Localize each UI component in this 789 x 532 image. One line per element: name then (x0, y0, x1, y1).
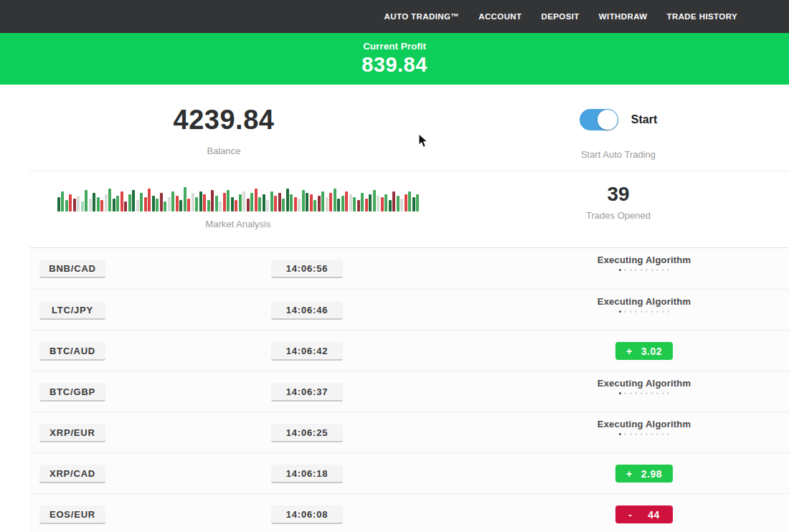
progress-dot (662, 392, 664, 394)
start-auto-trading-label: Start Auto Trading (581, 149, 656, 160)
market-bar (377, 196, 379, 212)
market-bar (100, 200, 103, 212)
nav-item-auto-trading[interactable]: AUTO TRADING™ (384, 12, 460, 21)
table-row: BNB/CAD 14:06:56 Executing Algorithm (30, 248, 789, 289)
result-sign: + (626, 346, 633, 357)
market-bar (286, 189, 289, 212)
market-bar (416, 194, 419, 212)
market-bar (69, 194, 72, 212)
trade-time-chip[interactable]: 14:06:08 (271, 505, 343, 524)
progress-dot (656, 310, 658, 313)
account-summary: 4239.84 Balance Start Start Auto Trading (0, 85, 789, 171)
market-analysis-label: Market Analysis (205, 219, 270, 229)
market-bar (369, 194, 372, 212)
current-profit-label: Current Profit (363, 41, 426, 52)
table-row: XRP/CAD 14:06:18 + 2.98 (30, 452, 789, 493)
trade-status: Executing Algorithm (587, 419, 701, 435)
market-bar (341, 196, 344, 212)
trade-time-chip[interactable]: 14:06:42 (271, 342, 343, 361)
progress-dots (587, 310, 701, 313)
auto-trading-page: AUTO TRADING™ACCOUNTDEPOSITWITHDRAWTRADE… (0, 0, 789, 532)
nav-item-withdraw[interactable]: WITHDRAW (599, 12, 648, 21)
trades-opened-block: 39 Trades Opened (448, 171, 789, 247)
top-navigation: AUTO TRADING™ACCOUNTDEPOSITWITHDRAWTRADE… (0, 0, 789, 33)
market-bar (97, 197, 100, 212)
balance-block: 4239.84 Balance (0, 85, 448, 171)
progress-dot (662, 269, 664, 271)
toggle-knob (597, 110, 618, 130)
market-bar (345, 191, 348, 212)
market-bar (215, 196, 218, 212)
table-row: BTC/GBP 14:06:37 Executing Algorithm (30, 371, 789, 412)
executing-algorithm-label: Executing Algorithm (587, 419, 701, 429)
market-bar (235, 200, 237, 212)
market-bar (136, 200, 139, 212)
market-bar (89, 199, 92, 212)
market-bar (132, 190, 135, 212)
market-bar (211, 190, 214, 212)
market-bar (128, 194, 131, 212)
result-value: 44 (648, 509, 660, 521)
market-bar (207, 200, 210, 212)
market-bar (61, 191, 64, 212)
progress-dot (624, 433, 626, 435)
progress-dot (624, 310, 626, 313)
currency-pair-chip[interactable]: BNB/CAD (39, 260, 105, 278)
market-bar (361, 193, 364, 212)
nav-item-trade-history[interactable]: TRADE HISTORY (667, 12, 738, 21)
auto-trading-toggle-block: Start Start Auto Trading (448, 85, 789, 171)
progress-dot (667, 392, 669, 394)
progress-dot (646, 310, 648, 313)
market-bar (152, 196, 155, 212)
progress-dot (635, 433, 637, 435)
progress-dots (587, 433, 701, 435)
market-bar (302, 190, 305, 212)
currency-pair-chip[interactable]: XRP/EUR (39, 424, 105, 442)
progress-dot (641, 269, 643, 271)
executing-algorithm-label: Executing Algorithm (587, 255, 701, 265)
progress-dot (641, 433, 643, 435)
trade-time-chip[interactable]: 14:06:37 (271, 383, 343, 402)
progress-dot (662, 310, 664, 313)
progress-dot (624, 392, 626, 394)
currency-pair-chip[interactable]: BTC/GBP (39, 383, 105, 402)
progress-dot (619, 392, 621, 394)
nav-item-account[interactable]: ACCOUNT (478, 12, 521, 21)
market-bar (176, 196, 179, 212)
progress-dot (646, 269, 648, 271)
nav-item-deposit[interactable]: DEPOSIT (542, 12, 580, 21)
trade-time-chip[interactable]: 14:06:46 (271, 301, 343, 320)
progress-dot (646, 392, 648, 394)
trades-opened-label: Trades Opened (586, 210, 651, 221)
trade-time-chip[interactable]: 14:06:18 (271, 465, 343, 483)
market-bar (400, 199, 403, 212)
currency-pair-chip[interactable]: EOS/EUR (39, 505, 105, 524)
market-bar (247, 199, 250, 212)
trade-result-badge: - 44 (615, 505, 673, 523)
start-auto-trading-toggle[interactable] (580, 109, 618, 130)
trade-time-chip[interactable]: 14:06:56 (271, 260, 343, 278)
market-bar (85, 190, 88, 212)
market-bar (73, 199, 76, 212)
table-row: LTC/JPY 14:06:46 Executing Algorithm (30, 289, 789, 330)
currency-pair-chip[interactable]: LTC/JPY (39, 301, 105, 320)
market-bar (227, 190, 230, 212)
market-bar (392, 191, 395, 212)
trade-result-badge: + 3.02 (615, 342, 673, 360)
progress-dot (646, 433, 648, 435)
progress-dot (651, 269, 653, 271)
market-bar (242, 191, 245, 212)
market-bar (199, 191, 202, 212)
trade-status: Executing Algorithm (587, 378, 701, 394)
market-bar (140, 193, 143, 212)
progress-dot (651, 433, 653, 435)
market-bar (124, 201, 127, 212)
market-bar (223, 193, 226, 212)
currency-pair-chip[interactable]: BTC/AUD (39, 342, 105, 361)
trade-time-chip[interactable]: 14:06:25 (271, 424, 343, 442)
market-bar (290, 194, 293, 212)
currency-pair-chip[interactable]: XRP/CAD (39, 465, 105, 483)
market-bar (306, 193, 308, 212)
progress-dot (630, 269, 632, 271)
market-bar (81, 201, 84, 212)
